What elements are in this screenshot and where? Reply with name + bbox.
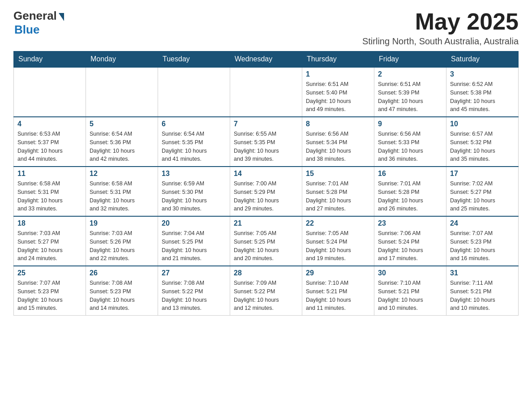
day-info: Sunrise: 6:52 AM Sunset: 5:38 PM Dayligh… [450, 80, 515, 114]
logo-arrow-icon [59, 13, 64, 21]
day-number: 23 [378, 219, 442, 227]
day-info: Sunrise: 6:59 AM Sunset: 5:30 PM Dayligh… [162, 180, 226, 213]
calendar-cell: 12Sunrise: 6:58 AM Sunset: 5:31 PM Dayli… [86, 167, 158, 216]
day-number: 16 [378, 170, 442, 178]
calendar-cell: 27Sunrise: 7:08 AM Sunset: 5:22 PM Dayli… [158, 266, 230, 316]
calendar-cell: 30Sunrise: 7:10 AM Sunset: 5:21 PM Dayli… [374, 266, 446, 316]
day-number: 28 [234, 269, 298, 277]
day-info: Sunrise: 6:54 AM Sunset: 5:35 PM Dayligh… [162, 130, 226, 163]
calendar-cell: 7Sunrise: 6:55 AM Sunset: 5:35 PM Daylig… [230, 117, 302, 167]
day-info: Sunrise: 7:10 AM Sunset: 5:21 PM Dayligh… [306, 279, 370, 313]
day-number: 2 [378, 70, 442, 78]
calendar-cell: 10Sunrise: 6:57 AM Sunset: 5:32 PM Dayli… [446, 117, 519, 167]
day-number: 13 [162, 170, 226, 178]
title-block: May 2025 Stirling North, South Australia… [362, 9, 519, 47]
day-info: Sunrise: 6:57 AM Sunset: 5:32 PM Dayligh… [450, 130, 515, 163]
day-number: 5 [90, 120, 154, 128]
day-info: Sunrise: 7:00 AM Sunset: 5:29 PM Dayligh… [234, 180, 298, 213]
calendar-cell: 3Sunrise: 6:52 AM Sunset: 5:38 PM Daylig… [446, 67, 519, 117]
calendar-cell: 8Sunrise: 6:56 AM Sunset: 5:34 PM Daylig… [302, 117, 374, 167]
calendar-cell: 6Sunrise: 6:54 AM Sunset: 5:35 PM Daylig… [158, 117, 230, 167]
day-number: 4 [17, 120, 82, 128]
calendar-cell [158, 67, 230, 117]
calendar-week-row-1: 1Sunrise: 6:51 AM Sunset: 5:40 PM Daylig… [14, 67, 519, 117]
calendar-cell: 31Sunrise: 7:11 AM Sunset: 5:21 PM Dayli… [446, 266, 519, 316]
calendar-cell: 2Sunrise: 6:51 AM Sunset: 5:39 PM Daylig… [374, 67, 446, 117]
day-info: Sunrise: 7:09 AM Sunset: 5:22 PM Dayligh… [234, 279, 298, 313]
day-number: 3 [450, 70, 515, 78]
calendar-cell: 19Sunrise: 7:03 AM Sunset: 5:26 PM Dayli… [86, 216, 158, 266]
logo-blue-text: Blue [14, 23, 39, 37]
calendar-cell: 25Sunrise: 7:07 AM Sunset: 5:23 PM Dayli… [14, 266, 86, 316]
calendar-cell [14, 67, 86, 117]
day-info: Sunrise: 6:51 AM Sunset: 5:39 PM Dayligh… [378, 80, 442, 114]
day-info: Sunrise: 7:08 AM Sunset: 5:22 PM Dayligh… [162, 279, 226, 313]
day-info: Sunrise: 7:11 AM Sunset: 5:21 PM Dayligh… [450, 279, 515, 313]
day-number: 11 [17, 170, 82, 178]
day-number: 7 [234, 120, 298, 128]
calendar-cell: 1Sunrise: 6:51 AM Sunset: 5:40 PM Daylig… [302, 67, 374, 117]
day-number: 6 [162, 120, 226, 128]
day-number: 12 [90, 170, 154, 178]
day-info: Sunrise: 7:05 AM Sunset: 5:25 PM Dayligh… [234, 229, 298, 263]
calendar-table: SundayMondayTuesdayWednesdayThursdayFrid… [13, 51, 519, 316]
calendar-cell: 29Sunrise: 7:10 AM Sunset: 5:21 PM Dayli… [302, 266, 374, 316]
calendar-header-sunday: Sunday [14, 51, 86, 68]
calendar-cell: 26Sunrise: 7:08 AM Sunset: 5:23 PM Dayli… [86, 266, 158, 316]
day-info: Sunrise: 6:51 AM Sunset: 5:40 PM Dayligh… [306, 80, 370, 114]
calendar-week-row-2: 4Sunrise: 6:53 AM Sunset: 5:37 PM Daylig… [14, 117, 519, 167]
day-number: 27 [162, 269, 226, 277]
day-info: Sunrise: 6:53 AM Sunset: 5:37 PM Dayligh… [17, 130, 82, 163]
day-info: Sunrise: 7:05 AM Sunset: 5:24 PM Dayligh… [306, 229, 370, 263]
calendar-cell: 20Sunrise: 7:04 AM Sunset: 5:25 PM Dayli… [158, 216, 230, 266]
calendar-cell: 17Sunrise: 7:02 AM Sunset: 5:27 PM Dayli… [446, 167, 519, 216]
day-number: 21 [234, 219, 298, 227]
day-number: 17 [450, 170, 515, 178]
location-subtitle: Stirling North, South Australia, Austral… [362, 36, 519, 47]
calendar-header-monday: Monday [86, 51, 158, 68]
calendar-cell: 15Sunrise: 7:01 AM Sunset: 5:28 PM Dayli… [302, 167, 374, 216]
day-info: Sunrise: 7:01 AM Sunset: 5:28 PM Dayligh… [378, 180, 442, 213]
day-info: Sunrise: 6:56 AM Sunset: 5:34 PM Dayligh… [306, 130, 370, 163]
day-number: 19 [90, 219, 154, 227]
day-number: 29 [306, 269, 370, 277]
day-info: Sunrise: 7:03 AM Sunset: 5:27 PM Dayligh… [17, 229, 82, 263]
calendar-header-saturday: Saturday [446, 51, 519, 68]
day-info: Sunrise: 7:03 AM Sunset: 5:26 PM Dayligh… [90, 229, 154, 263]
day-number: 25 [17, 269, 82, 277]
day-number: 26 [90, 269, 154, 277]
calendar-header-tuesday: Tuesday [158, 51, 230, 68]
day-number: 15 [306, 170, 370, 178]
calendar-week-row-4: 18Sunrise: 7:03 AM Sunset: 5:27 PM Dayli… [14, 216, 519, 266]
day-number: 14 [234, 170, 298, 178]
calendar-cell: 23Sunrise: 7:06 AM Sunset: 5:24 PM Dayli… [374, 216, 446, 266]
calendar-week-row-5: 25Sunrise: 7:07 AM Sunset: 5:23 PM Dayli… [14, 266, 519, 316]
calendar-cell: 4Sunrise: 6:53 AM Sunset: 5:37 PM Daylig… [14, 117, 86, 167]
day-info: Sunrise: 6:58 AM Sunset: 5:31 PM Dayligh… [17, 180, 82, 213]
day-info: Sunrise: 7:10 AM Sunset: 5:21 PM Dayligh… [378, 279, 442, 313]
day-number: 31 [450, 269, 515, 277]
day-info: Sunrise: 6:58 AM Sunset: 5:31 PM Dayligh… [90, 180, 154, 213]
calendar-week-row-3: 11Sunrise: 6:58 AM Sunset: 5:31 PM Dayli… [14, 167, 519, 216]
calendar-header-thursday: Thursday [302, 51, 374, 68]
day-number: 8 [306, 120, 370, 128]
day-info: Sunrise: 7:01 AM Sunset: 5:28 PM Dayligh… [306, 180, 370, 213]
day-number: 24 [450, 219, 515, 227]
day-info: Sunrise: 7:04 AM Sunset: 5:25 PM Dayligh… [162, 229, 226, 263]
calendar-cell: 9Sunrise: 6:56 AM Sunset: 5:33 PM Daylig… [374, 117, 446, 167]
month-year-title: May 2025 [362, 9, 519, 34]
logo-general-text: General [13, 9, 57, 23]
day-info: Sunrise: 6:54 AM Sunset: 5:36 PM Dayligh… [90, 130, 154, 163]
day-info: Sunrise: 7:07 AM Sunset: 5:23 PM Dayligh… [450, 229, 515, 263]
calendar-cell: 21Sunrise: 7:05 AM Sunset: 5:25 PM Dayli… [230, 216, 302, 266]
day-number: 18 [17, 219, 82, 227]
day-info: Sunrise: 6:56 AM Sunset: 5:33 PM Dayligh… [378, 130, 442, 163]
calendar-header-friday: Friday [374, 51, 446, 68]
calendar-cell: 28Sunrise: 7:09 AM Sunset: 5:22 PM Dayli… [230, 266, 302, 316]
calendar-cell: 24Sunrise: 7:07 AM Sunset: 5:23 PM Dayli… [446, 216, 519, 266]
calendar-cell: 18Sunrise: 7:03 AM Sunset: 5:27 PM Dayli… [14, 216, 86, 266]
day-number: 20 [162, 219, 226, 227]
calendar-cell: 13Sunrise: 6:59 AM Sunset: 5:30 PM Dayli… [158, 167, 230, 216]
calendar-cell: 5Sunrise: 6:54 AM Sunset: 5:36 PM Daylig… [86, 117, 158, 167]
day-info: Sunrise: 6:55 AM Sunset: 5:35 PM Dayligh… [234, 130, 298, 163]
